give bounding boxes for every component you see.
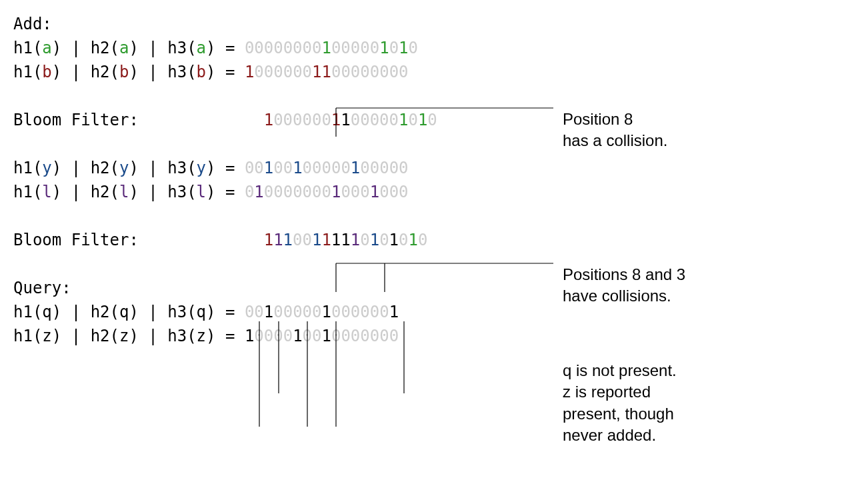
row-l: h1(l) | h2(l) | h3(l) = 0100000001000100…	[13, 180, 855, 204]
row-a: h1(a) | h2(a) | h3(a) = 0000000010000010…	[13, 36, 855, 60]
label-query: Query:	[13, 276, 855, 300]
row-bf1: Bloom Filter: 100000011000001010	[13, 108, 855, 132]
row-bf2: Bloom Filter: 11100111110101010	[13, 228, 855, 252]
annotation-query: q is not present.z is reportedpresent, t…	[563, 360, 677, 447]
row-y: h1(y) | h2(y) | h3(y) = 0010010000010000…	[13, 156, 855, 180]
annotation-collision-2: Positions 8 and 3have collisions.	[563, 264, 685, 307]
row-b: h1(b) | h2(b) | h3(b) = 1000000110000000…	[13, 60, 855, 84]
annotation-collision-1: Position 8has a collision.	[563, 109, 667, 152]
label-add: Add:	[13, 12, 855, 36]
row-z: h1(z) | h2(z) | h3(z) = 1000010010000000	[13, 324, 855, 348]
row-q: h1(q) | h2(q) | h3(q) = 0010000010000001	[13, 300, 855, 324]
